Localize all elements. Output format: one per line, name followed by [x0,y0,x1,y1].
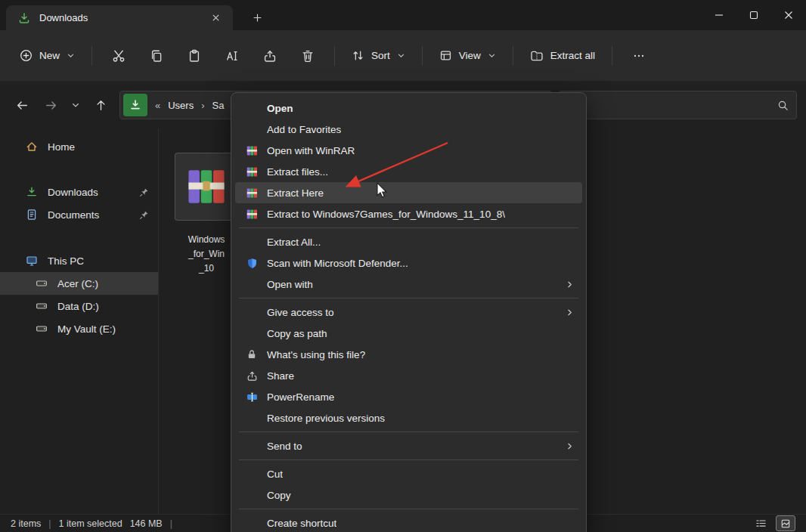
delete-button[interactable] [291,41,324,71]
file-selection-highlight [175,153,238,221]
winrar-icon [244,209,259,220]
cut-button[interactable] [102,41,135,71]
menu-item-extract-to-windows7games-for-windows-11-10-8[interactable]: Extract to Windows7Games_for_Windows_11_… [235,203,582,224]
share-button[interactable] [253,41,287,71]
sidebar-item-acer-c[interactable]: Acer (C:) [0,272,158,295]
menu-item-restore-previous-versions[interactable]: Restore previous versions [235,407,582,428]
menu-item-open-with[interactable]: Open with [235,274,582,295]
forward-button[interactable] [38,92,64,118]
menu-separator [239,227,578,228]
menu-item-give-access-to[interactable]: Give access to [235,302,582,323]
toolbar-separator [91,46,92,66]
file-name: Windows _for_Win _10 [175,233,238,276]
search-icon[interactable] [777,100,789,111]
menu-item-label: Extract All... [267,237,321,248]
toolbar-separator [422,46,423,66]
rename-button[interactable] [215,41,249,71]
view-button[interactable]: View [430,42,505,69]
menu-item-label: Open [267,103,293,114]
view-icon [439,49,452,62]
menu-separator [239,298,578,298]
chevron-down-icon [67,51,75,60]
menu-item-extract-all[interactable]: Extract All... [235,231,582,252]
menu-item-create-shortcut[interactable]: Create shortcut [235,512,582,532]
file-explorer-window: Downloads New [0,0,806,532]
extract-all-button[interactable]: Extract all [521,42,604,70]
pin-icon [139,210,149,220]
menu-item-extract-here[interactable]: Extract Here [235,182,582,203]
sidebar-item-data-d[interactable]: Data (D:) [0,295,158,317]
sidebar-item-label: This PC [48,255,84,267]
submenu-chevron-icon [565,280,575,289]
share-icon [244,370,259,382]
menu-item-share[interactable]: Share [235,365,582,386]
chevron-down-icon [488,51,496,60]
drive-icon [36,323,48,335]
title-bar: Downloads [0,0,806,30]
menu-item-copy[interactable]: Copy [235,484,582,506]
file-tile-archive[interactable]: Windows _for_Win _10 [175,153,238,276]
sort-icon [352,49,364,62]
sort-button-label: Sort [371,50,390,61]
details-view-toggle[interactable] [752,516,770,530]
maximize-button[interactable] [736,0,771,30]
menu-item-scan-with-microsoft-defender[interactable]: Scan with Microsoft Defender... [235,252,582,274]
share-icon [263,49,277,63]
menu-item-label: Copy [267,490,291,501]
menu-item-cut[interactable]: Cut [235,463,582,484]
chevron-down-icon [397,51,405,60]
breadcrumb-user[interactable]: Sa [212,100,225,111]
menu-item-what-s-using-this-file[interactable]: What's using this file? [235,344,582,365]
back-button[interactable] [9,92,35,118]
copy-button[interactable] [140,41,173,71]
sidebar-item-label: Downloads [48,187,98,198]
menu-item-label: Add to Favorites [267,124,341,135]
submenu-chevron-icon [565,441,575,451]
menu-item-open[interactable]: Open [235,97,582,119]
lock-icon [244,349,259,360]
sort-button[interactable]: Sort [343,42,414,69]
menu-item-extract-files[interactable]: Extract files... [235,161,582,182]
menu-item-label: What's using this file? [267,349,365,360]
sidebar-item-my-vault-e[interactable]: My Vault (E:) [0,317,158,340]
sidebar-item-home[interactable]: Home [0,135,158,158]
search-box[interactable] [558,91,797,119]
new-tab-button[interactable] [246,8,268,27]
menu-item-label: Share [267,370,294,382]
breadcrumb-separator: › [201,100,204,111]
menu-item-add-to-favorites[interactable]: Add to Favorites [235,119,582,140]
tab-close-icon[interactable] [206,9,225,27]
menu-item-send-to[interactable]: Send to [235,435,582,456]
breadcrumb-overflow-chevron[interactable]: « [155,100,160,111]
recent-locations-chevron[interactable] [67,92,85,118]
winrar-archive-icon [184,165,228,209]
breadcrumb-users[interactable]: Users [168,100,194,111]
new-button[interactable]: New [11,42,84,69]
menu-item-powerrename[interactable]: PowerRename [235,386,582,407]
window-controls [702,0,806,30]
paste-button[interactable] [178,41,211,71]
sidebar-item-this-pc[interactable]: This PC [0,249,158,272]
menu-item-copy-as-path[interactable]: Copy as path [235,323,582,344]
view-button-label: View [459,50,481,61]
search-input[interactable] [566,99,777,112]
close-button[interactable] [771,0,806,30]
toolbar-separator [612,46,612,66]
pin-icon [139,187,149,197]
up-button[interactable] [88,92,113,118]
more-options-button[interactable] [622,41,656,71]
menu-item-open-with-winrar[interactable]: Open with WinRAR [235,140,582,161]
sidebar-item-downloads[interactable]: Downloads [0,181,158,203]
menu-item-label: Cut [267,469,283,480]
toolbar-separator [513,46,513,66]
sidebar-item-documents[interactable]: Documents [0,203,158,226]
selection-count: 1 item selected [59,518,122,529]
menu-separator [239,459,578,460]
thumbnail-view-toggle[interactable] [776,515,795,531]
menu-separator [239,431,578,432]
tab-downloads[interactable]: Downloads [6,5,233,30]
paste-icon [188,49,201,63]
minimize-button[interactable] [702,0,736,30]
tab-title: Downloads [39,12,88,23]
command-toolbar: New Sort View Extract all [0,30,806,82]
